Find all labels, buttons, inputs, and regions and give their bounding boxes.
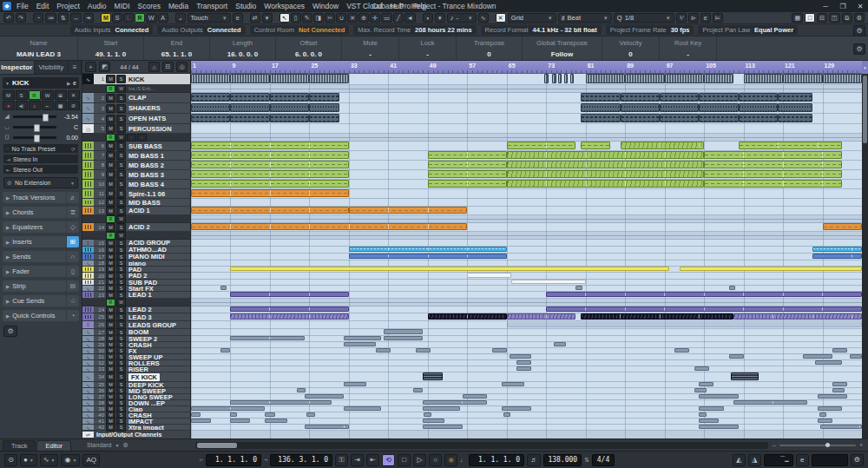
clip-event[interactable] xyxy=(704,151,842,159)
automation-lane[interactable] xyxy=(191,85,862,93)
clip-event[interactable] xyxy=(270,74,309,83)
audio-record-mode-select[interactable]: ∿▼ xyxy=(40,454,59,466)
mute-button[interactable]: M xyxy=(106,94,115,102)
clip-event[interactable] xyxy=(832,382,847,386)
write-automation-button[interactable]: W xyxy=(116,85,126,93)
clip-event[interactable] xyxy=(586,74,625,83)
mute-button[interactable]: M xyxy=(106,75,115,83)
clip-event[interactable] xyxy=(507,180,704,188)
info-field-mute[interactable]: Mute- xyxy=(342,36,399,60)
track-row[interactable]: ∿37MSLONG SWEEP xyxy=(82,394,190,400)
tempo-stepper-icon[interactable]: ⇅ xyxy=(584,457,589,464)
automation-subtrack-row[interactable]: RW xyxy=(82,215,190,223)
mute-button[interactable]: M xyxy=(106,124,115,133)
zoom-in-icon[interactable]: + xyxy=(859,442,863,448)
mute-tool-icon[interactable]: ✕ xyxy=(347,13,358,23)
horizontal-scrollbar[interactable] xyxy=(195,442,768,449)
arrangement-lane[interactable] xyxy=(191,114,862,124)
clip-event[interactable] xyxy=(423,406,460,411)
track-row[interactable]: ∿34MSFX KICK xyxy=(82,372,190,382)
clip-event[interactable] xyxy=(832,388,845,392)
clip-event[interactable] xyxy=(384,329,423,334)
info-setup-icon[interactable]: ⚙ xyxy=(853,43,865,55)
iterative-quantize-icon[interactable]: ⅟ xyxy=(676,13,687,23)
clip-event[interactable] xyxy=(699,103,738,112)
clip-event[interactable] xyxy=(803,354,832,359)
track-row[interactable]: ∿28MSSWEEP 2 xyxy=(82,336,190,342)
inspector-section-strip[interactable]: ▶Strip⊟ xyxy=(3,280,79,292)
clip-event[interactable] xyxy=(699,382,713,386)
undo-icon[interactable]: ↶ xyxy=(3,13,14,23)
arrangement-lane[interactable] xyxy=(191,199,862,207)
clip-event[interactable] xyxy=(297,388,306,392)
menu-studio[interactable]: Studio xyxy=(235,2,256,10)
status-item[interactable]: Audio OutputsConnected xyxy=(157,25,245,35)
io-channels-row[interactable]: ⇄Input/Output Channels xyxy=(82,431,190,438)
sends-icon[interactable]: ∩ xyxy=(66,251,79,262)
clip-event[interactable] xyxy=(660,103,699,112)
info-field-velocity[interactable]: Velocity0 xyxy=(602,36,660,60)
status-item[interactable]: Project Pan LawEqual Power xyxy=(698,25,798,35)
solo-button[interactable]: S xyxy=(116,142,126,150)
clip-event[interactable] xyxy=(503,412,510,417)
clip-event[interactable] xyxy=(699,419,719,423)
solo-button[interactable]: S xyxy=(16,90,28,100)
tracklist-setup-icon[interactable]: ⚙ xyxy=(122,442,128,449)
clip-event[interactable] xyxy=(309,103,339,112)
arrangement-lane[interactable] xyxy=(191,307,862,313)
transport-setup-icon[interactable]: ⚙ xyxy=(851,454,864,466)
track-row[interactable]: 17MSPIANO MIDI xyxy=(82,254,190,260)
arrangement-lane[interactable] xyxy=(191,74,862,85)
freeze-icon[interactable]: ⊞ xyxy=(55,90,67,100)
clip-event[interactable] xyxy=(674,348,689,353)
agent-icon[interactable]: ⊟ xyxy=(162,62,174,72)
info-field-start[interactable]: Start49. 1. 1. 0 xyxy=(78,36,144,60)
track-row[interactable]: ∿39MSClap xyxy=(82,406,190,412)
pan-slider[interactable] xyxy=(13,126,56,129)
volume-slider[interactable] xyxy=(13,115,56,118)
track-row[interactable]: 19MSPAD xyxy=(82,267,190,273)
clip-event[interactable] xyxy=(220,348,230,353)
arrangement-lane[interactable] xyxy=(191,360,862,366)
clip-event[interactable] xyxy=(812,254,862,259)
arrangement-lane[interactable] xyxy=(191,313,862,321)
track-row[interactable]: ∿35MSDEEP KICK xyxy=(82,382,190,388)
mute-button[interactable]: M xyxy=(106,142,115,150)
clip-event[interactable] xyxy=(778,93,812,102)
info-field-offset[interactable]: Offset6. 0. 0. 0 xyxy=(276,36,342,60)
clip-event[interactable] xyxy=(344,342,376,346)
expand-icon[interactable]: ▶ xyxy=(67,81,70,86)
track-row[interactable]: 14MSACID 2 xyxy=(82,223,190,232)
track-row[interactable]: ≡26MSLEADS GROUP xyxy=(82,321,190,329)
clip-event[interactable] xyxy=(820,425,862,429)
maximize-icon[interactable]: ❐ xyxy=(838,3,848,10)
clip-event[interactable] xyxy=(230,267,669,271)
inserts-icon[interactable]: ⊞ xyxy=(66,236,79,247)
clip-event[interactable] xyxy=(349,254,507,259)
track-row[interactable]: ∿30MSFX xyxy=(82,348,190,354)
arrangement-lane[interactable] xyxy=(191,412,862,419)
clip-event[interactable] xyxy=(694,388,707,392)
clip-event[interactable] xyxy=(230,307,348,312)
zoom-tool-icon[interactable]: ⊕ xyxy=(358,13,369,23)
arrangement-lane[interactable] xyxy=(191,425,862,431)
menu-media[interactable]: Media xyxy=(168,2,188,10)
menu-help[interactable]: Help xyxy=(411,2,426,10)
object-select-tool-icon[interactable]: ↖ xyxy=(279,13,290,23)
track-row[interactable]: ∿29MSCRASH xyxy=(82,342,190,348)
clip-event[interactable] xyxy=(733,313,862,320)
mute-button[interactable]: M xyxy=(106,189,115,198)
clip-event[interactable] xyxy=(220,286,227,290)
solo-button[interactable]: S xyxy=(116,124,126,133)
clip-event[interactable] xyxy=(265,419,287,423)
clip-event[interactable] xyxy=(739,103,778,112)
arrangement-lane[interactable] xyxy=(191,400,862,406)
constrain-delay-icon[interactable]: ◔ xyxy=(33,13,43,23)
workspace-icon[interactable]: ⧉ xyxy=(842,13,852,23)
clip-event[interactable] xyxy=(230,419,250,423)
clip-event[interactable] xyxy=(581,313,733,320)
arrangement-lane[interactable] xyxy=(191,286,862,292)
clip-event[interactable] xyxy=(818,406,842,411)
status-item[interactable]: Record Format44.1 kHz - 32 bit float xyxy=(481,25,602,35)
info-field-transpose[interactable]: Transpose0 xyxy=(457,36,523,60)
